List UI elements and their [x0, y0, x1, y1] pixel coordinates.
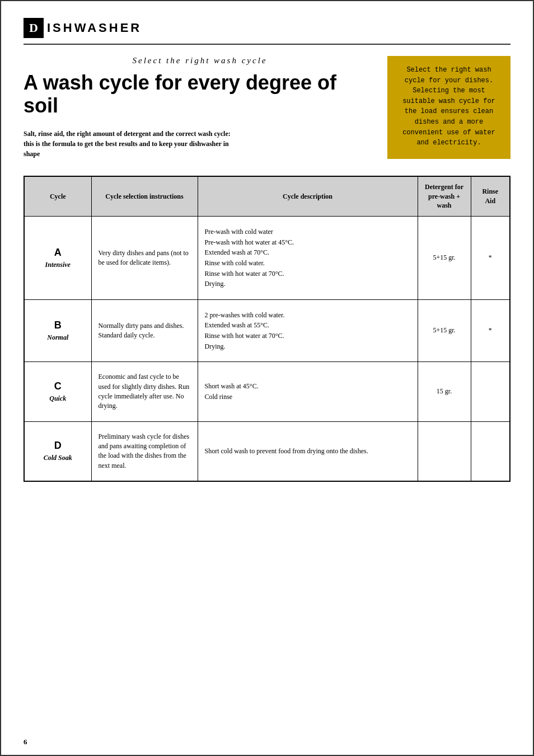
- header: D ISHWASHER: [24, 18, 510, 45]
- description-cell-1: 2 pre-washes with cold water.Extended wa…: [198, 299, 418, 361]
- cycle-name-0: Intensive: [31, 261, 85, 269]
- cycle-cell-2: CQuick: [24, 362, 91, 422]
- selection-cell-2: Economic and fast cycle to be used for s…: [91, 362, 198, 422]
- cycle-name-1: Normal: [31, 334, 85, 342]
- wash-table: Cycle Cycle selection instructions Cycle…: [24, 176, 510, 482]
- logo-box: D: [24, 18, 44, 38]
- rinse-cell-2: [471, 362, 510, 422]
- content-top: Select the right wash cycle A wash cycle…: [24, 56, 510, 159]
- logo-letter: D: [29, 21, 38, 35]
- intro-text: Salt, rinse aid, the right amount of det…: [24, 129, 236, 159]
- table-row: DCold SoakPreliminary wash cycle for dis…: [24, 421, 510, 481]
- selection-cell-3: Preliminary wash cycle for dishes and pa…: [91, 421, 198, 481]
- th-detergent: Detergent for pre-wash + wash: [418, 176, 471, 217]
- cycle-letter-2: C: [31, 381, 85, 392]
- sidebar-box: Select the right wash cycle for your dis…: [387, 56, 510, 159]
- th-cycle: Cycle: [24, 176, 91, 217]
- description-cell-0: Pre-wash with cold waterPre-wash with ho…: [198, 217, 418, 300]
- selection-cell-0: Very dirty dishes and pans (not to be us…: [91, 217, 198, 300]
- cycle-letter-1: B: [31, 320, 85, 331]
- cycle-cell-1: BNormal: [24, 299, 91, 361]
- header-logo: D ISHWASHER: [24, 18, 142, 38]
- rinse-cell-0: *: [471, 217, 510, 300]
- cycle-cell-3: DCold Soak: [24, 421, 91, 481]
- table-row: CQuickEconomic and fast cycle to be used…: [24, 362, 510, 422]
- detergent-cell-3: [418, 421, 471, 481]
- rinse-cell-3: [471, 421, 510, 481]
- cycle-cell-0: AIntensive: [24, 217, 91, 300]
- th-rinse: Rinse Aid: [471, 176, 510, 217]
- description-cell-3: Short cold wash to prevent food from dry…: [198, 421, 418, 481]
- logo-title: ISHWASHER: [47, 21, 142, 35]
- rinse-cell-1: *: [471, 299, 510, 361]
- table-row: BNormalNormally dirty pans and dishes. S…: [24, 299, 510, 361]
- cycle-letter-0: A: [31, 247, 85, 259]
- cycle-letter-3: D: [31, 440, 85, 452]
- th-description: Cycle description: [198, 176, 418, 217]
- detergent-cell-1: 5+15 gr.: [418, 299, 471, 361]
- table-header-row: Cycle Cycle selection instructions Cycle…: [24, 176, 510, 217]
- cycle-name-2: Quick: [31, 395, 85, 403]
- page-container: D ISHWASHER Select the right wash cycle …: [0, 0, 534, 756]
- page-subtitle: Select the right wash cycle: [24, 56, 376, 65]
- detergent-cell-2: 15 gr.: [418, 362, 471, 422]
- sidebar-text: Select the right wash cycle for your dis…: [402, 66, 495, 147]
- table-row: AIntensiveVery dirty dishes and pans (no…: [24, 217, 510, 300]
- main-title: A wash cycle for every degree of soil: [24, 71, 376, 118]
- content-left: Select the right wash cycle A wash cycle…: [24, 56, 376, 159]
- page-number: 6: [24, 738, 27, 746]
- description-cell-2: Short wash at 45°C.Cold rinse: [198, 362, 418, 422]
- th-selection: Cycle selection instructions: [91, 176, 198, 217]
- selection-cell-1: Normally dirty pans and dishes. Standard…: [91, 299, 198, 361]
- cycle-name-3: Cold Soak: [31, 454, 85, 462]
- detergent-cell-0: 5+15 gr.: [418, 217, 471, 300]
